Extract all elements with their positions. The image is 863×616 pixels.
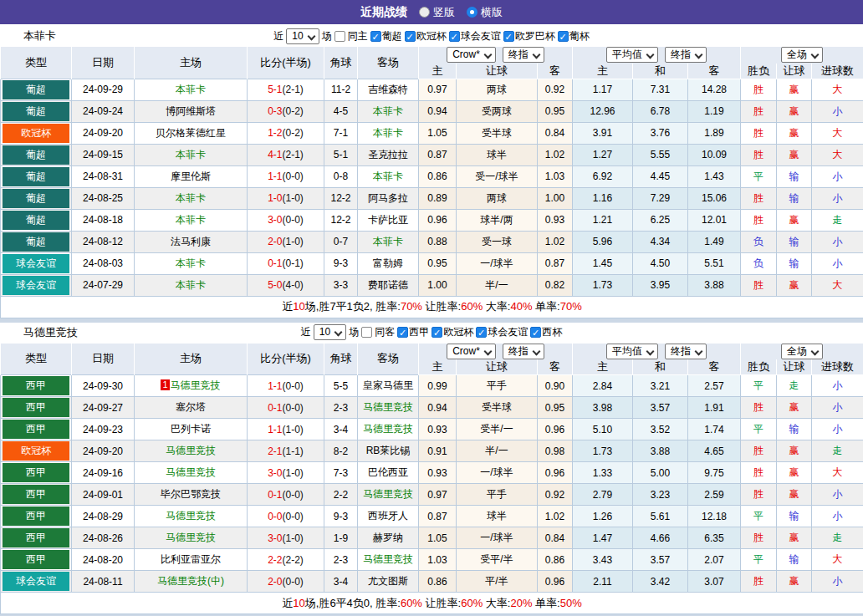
home-team-link[interactable]: 比利亚雷亚尔	[161, 553, 221, 565]
checkbox-checked-icon[interactable]: ✓	[449, 31, 460, 42]
away-team-link[interactable]: 尤文图斯	[368, 575, 408, 587]
same-venue-checkbox[interactable]	[361, 327, 372, 338]
radio-unchecked-icon[interactable]	[419, 7, 430, 18]
handicap-cell: 受两球	[457, 100, 538, 122]
games-count-select[interactable]: 10	[314, 324, 346, 340]
checkbox-checked-icon[interactable]: ✓	[558, 31, 569, 42]
result-cell: 胜	[741, 571, 777, 593]
scope-select[interactable]: 全场	[781, 47, 823, 63]
league-filter-checkbox[interactable]: ✓西杯	[530, 325, 562, 339]
date-cell: 24-09-30	[72, 375, 135, 397]
league-badge: 葡超	[3, 211, 69, 230]
scope-select[interactable]: 全场	[781, 344, 823, 359]
final-odds-select-2[interactable]: 终指	[665, 344, 707, 359]
away-team-link[interactable]: 本菲卡	[373, 127, 403, 139]
away-team-link[interactable]: 本菲卡	[373, 105, 403, 117]
checkbox-checked-icon[interactable]: ✓	[530, 327, 541, 338]
away-team-link[interactable]: RB莱比锡	[366, 445, 411, 456]
checkbox-checked-icon[interactable]: ✓	[405, 31, 416, 42]
col-odds-home: 主	[419, 64, 457, 79]
league-filter-checkbox[interactable]: ✓葡杯	[558, 29, 590, 43]
col-odds-away: 客	[538, 359, 573, 375]
home-team-link[interactable]: 马德里竞技(中)	[157, 575, 224, 587]
home-team-link[interactable]: 贝尔格莱德红星	[156, 127, 226, 139]
checkbox-checked-icon[interactable]: ✓	[397, 327, 408, 338]
summary-text: 单率:	[532, 597, 559, 609]
final-odds-select[interactable]: 终指	[503, 47, 544, 63]
home-team-link[interactable]: 本菲卡	[176, 84, 206, 95]
summary-text: 单率:	[532, 300, 559, 313]
league-filter-checkbox[interactable]: ✓西甲	[397, 325, 429, 339]
checkbox-checked-icon[interactable]: ✓	[370, 31, 381, 42]
home-team-link[interactable]: 马德里竞技	[166, 445, 216, 456]
away-team-link[interactable]: 巴伦西亚	[368, 466, 408, 478]
handicap-cell: 两球	[457, 187, 538, 209]
away-team-link[interactable]: 本菲卡	[373, 236, 403, 247]
away-team-link[interactable]: 马德里竞技	[363, 488, 413, 500]
away-team-link[interactable]: 阿马多拉	[368, 192, 408, 204]
average-select[interactable]: 平均值	[606, 47, 658, 63]
home-team-link[interactable]: 本菲卡	[176, 192, 206, 204]
away-team-link[interactable]: 皇家马德里	[363, 379, 413, 391]
home-team-link[interactable]: 博阿维斯塔	[166, 105, 216, 117]
away-team-link[interactable]: 本菲卡	[373, 171, 403, 182]
home-team-link[interactable]: 本菲卡	[176, 257, 206, 269]
final-odds-select-2[interactable]: 终指	[665, 47, 707, 63]
away-team-link[interactable]: 马德里竞技	[363, 423, 413, 435]
league-filter-checkbox[interactable]: ✓欧冠杯	[405, 29, 447, 43]
away-team-link[interactable]: 圣克拉拉	[368, 149, 408, 160]
home-team-link[interactable]: 马德里竞技	[166, 466, 216, 478]
home-team-link[interactable]: 本菲卡	[176, 279, 206, 291]
league-filter-checkbox[interactable]: ✓欧冠杯	[432, 325, 473, 339]
final-odds-select[interactable]: 终指	[503, 344, 544, 359]
away-team-link[interactable]: 富勒姆	[373, 257, 403, 269]
checkbox-checked-icon[interactable]: ✓	[476, 327, 487, 338]
result-cell: 胜	[741, 79, 777, 100]
league-filter-checkbox[interactable]: ✓葡超	[370, 29, 402, 43]
radio-horizontal-label: 横版	[481, 5, 503, 20]
away-team-link[interactable]: 卡萨比亚	[368, 214, 408, 226]
home-team-link[interactable]: 马德里竞技	[171, 379, 221, 391]
away-team-link[interactable]: 赫罗纳	[373, 532, 403, 543]
bookmaker-select[interactable]: Crow*	[447, 344, 496, 359]
summary-text: 场,胜7平1负2, 胜率:	[305, 300, 401, 313]
home-team-link[interactable]: 巴列卡诺	[171, 423, 211, 435]
checkbox-checked-icon[interactable]: ✓	[503, 31, 514, 42]
away-team-link[interactable]: 西班牙人	[368, 510, 408, 522]
home-team-link[interactable]: 塞尔塔	[176, 401, 206, 413]
away-team-link[interactable]: 马德里竞技	[363, 553, 413, 565]
fulltime-score: 1-0	[268, 192, 282, 204]
odds-away-cell: 0.98	[538, 440, 573, 462]
goals-result-cell: 大	[812, 144, 863, 165]
average-select[interactable]: 平均值	[606, 344, 658, 359]
away-team-link[interactable]: 吉维森特	[368, 84, 408, 95]
odds-away-cell: 1.02	[538, 506, 573, 527]
league-filter-checkbox[interactable]: ✓欧罗巴杯	[503, 29, 555, 43]
date-cell: 24-09-16	[72, 462, 135, 484]
home-team-link[interactable]: 马德里竞技	[166, 532, 216, 543]
league-type-cell: 葡超	[1, 209, 72, 231]
league-filter-checkbox[interactable]: ✓球会友谊	[449, 29, 501, 43]
checkbox-checked-icon[interactable]: ✓	[432, 327, 442, 338]
league-filter-checkbox[interactable]: ✓球会友谊	[476, 325, 528, 339]
away-team-link[interactable]: 马德里竞技	[363, 401, 413, 413]
bookmaker-select[interactable]: Crow*	[447, 47, 496, 63]
layout-radio-vertical[interactable]: 竖版	[419, 5, 455, 20]
away-team-link[interactable]: 费耶诺德	[368, 279, 408, 291]
summary-text: 60%	[461, 300, 483, 313]
home-team-link[interactable]: 毕尔巴鄂竞技	[161, 488, 221, 500]
home-team-link[interactable]: 马德里竞技	[166, 510, 216, 522]
radio-checked-icon[interactable]	[467, 7, 477, 18]
home-team-link[interactable]: 本菲卡	[176, 149, 206, 160]
odds-away-cell: 0.96	[538, 571, 573, 593]
home-team-link[interactable]: 摩里伦斯	[171, 171, 211, 182]
result-text: 输	[789, 423, 799, 435]
layout-radio-horizontal[interactable]: 横版	[467, 5, 503, 20]
avg-away-cell: 14.28	[688, 79, 741, 100]
handicap-result-cell: 走	[777, 375, 812, 397]
same-venue-checkbox[interactable]	[334, 31, 345, 42]
home-team-link[interactable]: 法马利康	[171, 236, 211, 247]
games-count-select[interactable]: 10	[286, 28, 319, 44]
corner-cell: 12-2	[324, 209, 358, 231]
home-team-link[interactable]: 本菲卡	[176, 214, 206, 226]
